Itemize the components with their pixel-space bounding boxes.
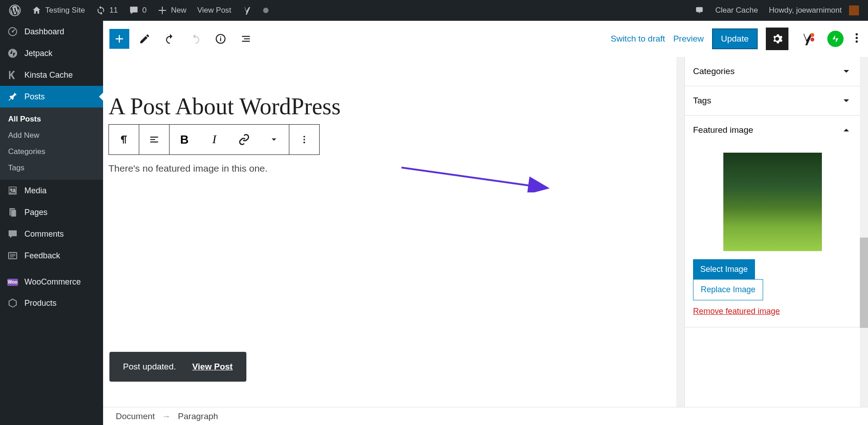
snackbar-action-link[interactable]: View Post: [192, 362, 232, 372]
svg-point-12: [856, 33, 858, 36]
undo-button[interactable]: [160, 29, 180, 49]
woo-icon: Woo: [7, 279, 18, 286]
sidebar-item-dashboard[interactable]: Dashboard: [0, 21, 103, 42]
bell-icon: [694, 5, 704, 15]
jetpack-icon: [7, 48, 18, 59]
yoast-icon: [242, 5, 252, 15]
updates-count: 11: [109, 6, 118, 15]
svg-point-14: [856, 41, 858, 43]
tools-button[interactable]: [135, 29, 155, 49]
paragraph-block[interactable]: There's no featured image in this one.: [108, 163, 669, 174]
featured-image-thumbnail[interactable]: [723, 153, 822, 251]
italic-button[interactable]: I: [199, 125, 229, 154]
clear-cache-button[interactable]: Clear Cache: [710, 0, 764, 21]
info-button[interactable]: [211, 29, 231, 49]
svg-point-11: [811, 37, 815, 42]
breadcrumb-block[interactable]: Paragraph: [178, 411, 218, 421]
submenu-all-posts[interactable]: All Posts: [0, 111, 103, 127]
chevron-up-icon: [841, 125, 852, 135]
submenu-categories[interactable]: Categories: [0, 144, 103, 160]
sidebar-item-woocommerce[interactable]: Woo WooCommerce: [0, 272, 103, 292]
svg-rect-7: [11, 210, 16, 217]
bold-button[interactable]: B: [170, 125, 199, 154]
sidebar-item-kinsta[interactable]: Kinsta Cache: [0, 64, 103, 86]
jetpack-button[interactable]: [827, 31, 844, 47]
sidebar-item-products[interactable]: Products: [0, 292, 103, 314]
snackbar-notice: Post updated. View Post: [109, 352, 246, 382]
sidebar-item-pages[interactable]: Pages: [0, 201, 103, 223]
editor-canvas[interactable]: A Post About WordPress B I: [103, 57, 676, 407]
submenu-add-new[interactable]: Add New: [0, 127, 103, 144]
remove-featured-image-link[interactable]: Remove featured image: [693, 307, 780, 316]
block-breadcrumb: Document → Paragraph: [103, 407, 868, 425]
submenu-tags[interactable]: Tags: [0, 160, 103, 176]
view-post-link[interactable]: View Post: [192, 0, 236, 21]
post-title[interactable]: A Post About WordPress: [108, 93, 669, 120]
featured-image-panel-toggle[interactable]: Featured image: [685, 116, 860, 145]
chevron-down-icon: [841, 66, 852, 77]
plus-icon: [113, 33, 126, 45]
svg-point-17: [303, 142, 305, 144]
comments-menu[interactable]: 0: [123, 0, 152, 21]
pin-icon: [7, 91, 18, 102]
sidebar-item-feedback[interactable]: Feedback: [0, 245, 103, 266]
update-button[interactable]: Update: [712, 28, 758, 49]
wordpress-icon: [9, 5, 21, 16]
replace-image-button[interactable]: Replace Image: [693, 279, 763, 300]
settings-button[interactable]: [766, 28, 788, 50]
sidebar-item-comments[interactable]: Comments: [0, 223, 103, 245]
settings-scrollbar[interactable]: [860, 57, 868, 407]
align-button[interactable]: [139, 125, 169, 154]
chevron-down-icon: [841, 95, 852, 106]
my-account-menu[interactable]: Howdy, joewarnimont: [764, 0, 864, 21]
chevron-down-icon: [269, 135, 278, 144]
featured-image-panel-body: Select Image Replace Image Remove featur…: [685, 145, 860, 327]
site-name-menu[interactable]: Testing Site: [26, 0, 90, 21]
redo-button[interactable]: [185, 29, 205, 49]
breadcrumb-document[interactable]: Document: [116, 411, 155, 421]
sidebar-item-label: WooCommerce: [24, 277, 81, 287]
block-more-button[interactable]: [289, 125, 319, 154]
canvas-scrollbar[interactable]: [676, 57, 684, 407]
wp-logo-menu[interactable]: [4, 0, 26, 21]
admin-bar: Testing Site 11 0 New View Post Clear Ca…: [0, 0, 868, 21]
sidebar-item-label: Pages: [24, 208, 47, 217]
block-type-button[interactable]: [109, 125, 139, 154]
new-content-menu[interactable]: New: [152, 0, 192, 21]
align-icon: [148, 134, 160, 145]
pencil-icon: [139, 33, 151, 45]
tags-panel-toggle[interactable]: Tags: [685, 86, 860, 115]
sidebar-item-posts[interactable]: Posts: [0, 86, 103, 107]
svg-point-16: [303, 139, 305, 140]
select-image-button[interactable]: Select Image: [693, 259, 755, 280]
yoast-button[interactable]: [797, 28, 819, 50]
feedback-icon: [7, 250, 18, 261]
notifications-menu[interactable]: [689, 0, 710, 21]
panel-title: Featured image: [693, 125, 753, 135]
svg-rect-1: [696, 7, 703, 12]
sidebar-item-label: Jetpack: [24, 49, 52, 58]
redo-icon: [189, 33, 201, 45]
outline-button[interactable]: [236, 29, 256, 49]
updates-menu[interactable]: 11: [90, 0, 123, 21]
add-block-button[interactable]: [109, 29, 129, 49]
preview-button[interactable]: Preview: [673, 34, 704, 44]
posts-submenu: All Posts Add New Categories Tags: [0, 107, 103, 180]
block-editor: Switch to draft Preview Update A Po: [103, 21, 868, 425]
switch-to-draft-button[interactable]: Switch to draft: [611, 34, 665, 44]
more-options-button[interactable]: [852, 28, 862, 49]
link-icon: [238, 134, 250, 145]
categories-panel-toggle[interactable]: Categories: [685, 57, 860, 86]
sidebar-item-label: Comments: [24, 229, 64, 239]
status-dot-icon: [263, 8, 269, 13]
sidebar-item-jetpack[interactable]: Jetpack: [0, 42, 103, 64]
comments-count: 0: [142, 6, 146, 15]
status-indicator[interactable]: [258, 0, 274, 21]
yoast-admin-bar[interactable]: [237, 0, 258, 21]
panel-title: Categories: [693, 66, 735, 76]
home-icon: [32, 5, 42, 15]
sidebar-item-media[interactable]: Media: [0, 180, 103, 201]
products-icon: [7, 298, 18, 308]
link-button[interactable]: [229, 125, 259, 154]
more-formatting-button[interactable]: [259, 125, 289, 154]
